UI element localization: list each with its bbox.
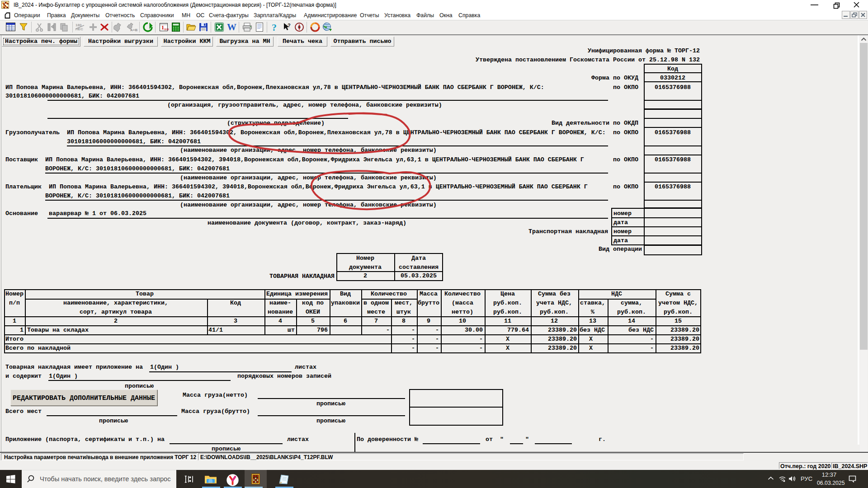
- svg-text:ЯНВ: ЯНВ: [164, 28, 169, 31]
- svg-text:А+В: А+В: [130, 28, 137, 32]
- svg-text:ЛЕС: ЛЕС: [75, 27, 83, 31]
- svg-text:?: ?: [272, 22, 277, 33]
- svg-text:W: W: [227, 22, 236, 33]
- svg-text:?: ?: [288, 23, 291, 28]
